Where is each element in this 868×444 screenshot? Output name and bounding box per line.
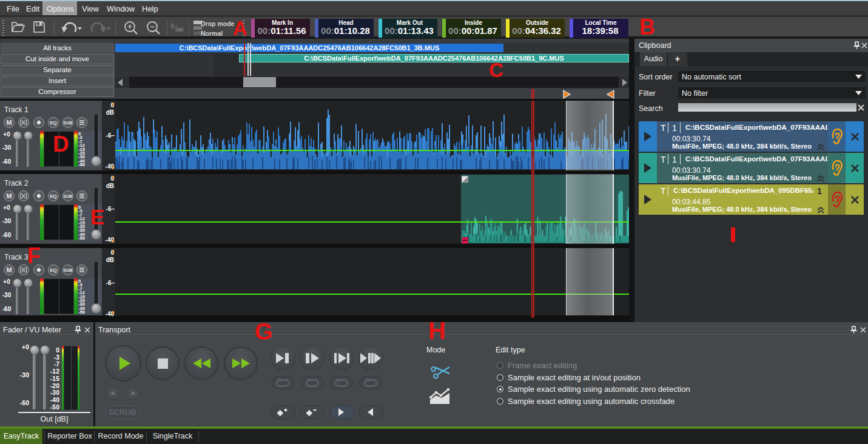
svg-text:−: −	[150, 22, 154, 31]
svg-text:+: +	[127, 22, 132, 31]
